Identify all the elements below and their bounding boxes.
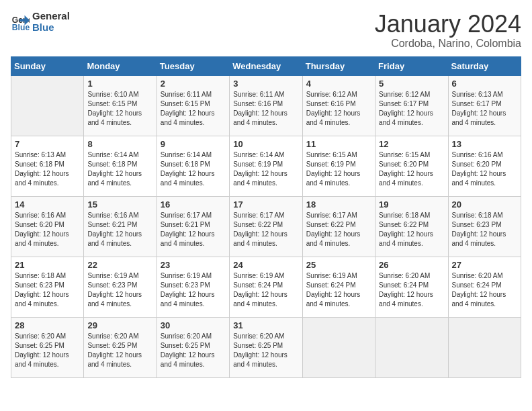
- day-number: 19: [379, 199, 444, 210]
- day-number: 15: [87, 199, 152, 210]
- day-number: 7: [15, 139, 80, 149]
- calendar-cell: [448, 317, 521, 377]
- day-info: Sunrise: 6:11 AM Sunset: 6:15 PM Dayligh…: [161, 90, 226, 128]
- calendar-cell: [11, 75, 84, 136]
- day-info: Sunrise: 6:12 AM Sunset: 6:17 PM Dayligh…: [379, 90, 444, 128]
- day-info: Sunrise: 6:17 AM Sunset: 6:21 PM Dayligh…: [161, 211, 226, 248]
- day-number: 6: [452, 79, 517, 89]
- calendar-cell: 7Sunrise: 6:13 AM Sunset: 6:18 PM Daylig…: [11, 136, 84, 196]
- calendar-cell: 23Sunrise: 6:19 AM Sunset: 6:23 PM Dayli…: [157, 257, 229, 317]
- day-info: Sunrise: 6:13 AM Sunset: 6:18 PM Dayligh…: [15, 150, 80, 188]
- day-number: 12: [379, 139, 444, 149]
- calendar-cell: 25Sunrise: 6:19 AM Sunset: 6:24 PM Dayli…: [302, 257, 375, 317]
- calendar-table: SundayMondayTuesdayWednesdayThursdayFrid…: [11, 56, 521, 378]
- day-info: Sunrise: 6:11 AM Sunset: 6:16 PM Dayligh…: [233, 90, 298, 128]
- calendar-cell: 5Sunrise: 6:12 AM Sunset: 6:17 PM Daylig…: [375, 75, 448, 136]
- day-number: 18: [306, 199, 371, 210]
- day-number: 5: [379, 79, 444, 89]
- day-number: 27: [452, 260, 517, 270]
- calendar-cell: 14Sunrise: 6:16 AM Sunset: 6:20 PM Dayli…: [11, 196, 84, 257]
- calendar-week-5: 28Sunrise: 6:20 AM Sunset: 6:25 PM Dayli…: [11, 317, 521, 377]
- day-header-saturday: Saturday: [448, 56, 521, 75]
- calendar-cell: 18Sunrise: 6:17 AM Sunset: 6:22 PM Dayli…: [302, 196, 375, 257]
- day-info: Sunrise: 6:18 AM Sunset: 6:23 PM Dayligh…: [452, 211, 517, 248]
- calendar-cell: 26Sunrise: 6:20 AM Sunset: 6:24 PM Dayli…: [375, 257, 448, 317]
- day-number: 10: [233, 139, 298, 149]
- day-info: Sunrise: 6:17 AM Sunset: 6:22 PM Dayligh…: [233, 211, 298, 248]
- calendar-cell: 17Sunrise: 6:17 AM Sunset: 6:22 PM Dayli…: [230, 196, 302, 257]
- day-info: Sunrise: 6:10 AM Sunset: 6:15 PM Dayligh…: [87, 90, 152, 128]
- calendar-week-1: 1Sunrise: 6:10 AM Sunset: 6:15 PM Daylig…: [11, 75, 521, 136]
- calendar-cell: 20Sunrise: 6:18 AM Sunset: 6:23 PM Dayli…: [448, 196, 521, 257]
- location-subtitle: Cordoba, Narino, Colombia: [375, 38, 521, 50]
- day-info: Sunrise: 6:19 AM Sunset: 6:24 PM Dayligh…: [233, 271, 298, 309]
- day-number: 21: [15, 260, 80, 270]
- day-number: 16: [161, 199, 226, 210]
- day-info: Sunrise: 6:13 AM Sunset: 6:17 PM Dayligh…: [452, 90, 517, 128]
- day-info: Sunrise: 6:20 AM Sunset: 6:25 PM Dayligh…: [87, 332, 152, 369]
- day-info: Sunrise: 6:16 AM Sunset: 6:20 PM Dayligh…: [452, 150, 517, 188]
- calendar-cell: [302, 317, 375, 377]
- calendar-week-2: 7Sunrise: 6:13 AM Sunset: 6:18 PM Daylig…: [11, 136, 521, 196]
- calendar-cell: 19Sunrise: 6:18 AM Sunset: 6:22 PM Dayli…: [375, 196, 448, 257]
- calendar-cell: 15Sunrise: 6:16 AM Sunset: 6:21 PM Dayli…: [84, 196, 157, 257]
- day-number: 11: [306, 139, 371, 149]
- day-info: Sunrise: 6:16 AM Sunset: 6:20 PM Dayligh…: [15, 211, 80, 248]
- day-info: Sunrise: 6:14 AM Sunset: 6:18 PM Dayligh…: [161, 150, 226, 188]
- calendar-cell: 21Sunrise: 6:18 AM Sunset: 6:23 PM Dayli…: [11, 257, 84, 317]
- calendar-cell: 16Sunrise: 6:17 AM Sunset: 6:21 PM Dayli…: [157, 196, 229, 257]
- day-header-tuesday: Tuesday: [157, 56, 229, 75]
- day-info: Sunrise: 6:20 AM Sunset: 6:25 PM Dayligh…: [233, 332, 298, 369]
- calendar-cell: 22Sunrise: 6:19 AM Sunset: 6:23 PM Dayli…: [84, 257, 157, 317]
- day-info: Sunrise: 6:12 AM Sunset: 6:16 PM Dayligh…: [306, 90, 371, 128]
- calendar-cell: 24Sunrise: 6:19 AM Sunset: 6:24 PM Dayli…: [230, 257, 302, 317]
- calendar-cell: 8Sunrise: 6:14 AM Sunset: 6:18 PM Daylig…: [84, 136, 157, 196]
- day-info: Sunrise: 6:16 AM Sunset: 6:21 PM Dayligh…: [87, 211, 152, 248]
- calendar-cell: 6Sunrise: 6:13 AM Sunset: 6:17 PM Daylig…: [448, 75, 521, 136]
- day-number: 13: [452, 139, 517, 149]
- logo-text-general: General: [32, 11, 70, 22]
- day-info: Sunrise: 6:18 AM Sunset: 6:22 PM Dayligh…: [379, 211, 444, 248]
- day-info: Sunrise: 6:14 AM Sunset: 6:19 PM Dayligh…: [233, 150, 298, 188]
- month-title: January 2024: [375, 11, 521, 38]
- day-number: 29: [87, 320, 152, 330]
- day-info: Sunrise: 6:15 AM Sunset: 6:19 PM Dayligh…: [306, 150, 371, 188]
- day-number: 17: [233, 199, 298, 210]
- day-number: 1: [87, 79, 152, 89]
- calendar-cell: 13Sunrise: 6:16 AM Sunset: 6:20 PM Dayli…: [448, 136, 521, 196]
- day-number: 22: [87, 260, 152, 270]
- day-header-friday: Friday: [375, 56, 448, 75]
- calendar-cell: 9Sunrise: 6:14 AM Sunset: 6:18 PM Daylig…: [157, 136, 229, 196]
- day-number: 9: [161, 139, 226, 149]
- calendar-cell: 28Sunrise: 6:20 AM Sunset: 6:25 PM Dayli…: [11, 317, 84, 377]
- logo-icon: General Blue: [11, 13, 30, 32]
- day-header-sunday: Sunday: [11, 56, 84, 75]
- logo: General Blue General Blue: [11, 11, 70, 33]
- day-number: 24: [233, 260, 298, 270]
- day-header-monday: Monday: [84, 56, 157, 75]
- day-info: Sunrise: 6:19 AM Sunset: 6:23 PM Dayligh…: [87, 271, 152, 309]
- day-number: 2: [161, 79, 226, 89]
- day-info: Sunrise: 6:14 AM Sunset: 6:18 PM Dayligh…: [87, 150, 152, 188]
- calendar-cell: [375, 317, 448, 377]
- day-header-thursday: Thursday: [302, 56, 375, 75]
- calendar-cell: 4Sunrise: 6:12 AM Sunset: 6:16 PM Daylig…: [302, 75, 375, 136]
- day-number: 23: [161, 260, 226, 270]
- day-info: Sunrise: 6:20 AM Sunset: 6:24 PM Dayligh…: [379, 271, 444, 309]
- day-header-wednesday: Wednesday: [230, 56, 302, 75]
- day-info: Sunrise: 6:20 AM Sunset: 6:24 PM Dayligh…: [452, 271, 517, 309]
- calendar-cell: 10Sunrise: 6:14 AM Sunset: 6:19 PM Dayli…: [230, 136, 302, 196]
- day-number: 14: [15, 199, 80, 210]
- day-info: Sunrise: 6:20 AM Sunset: 6:25 PM Dayligh…: [161, 332, 226, 369]
- calendar-cell: 2Sunrise: 6:11 AM Sunset: 6:15 PM Daylig…: [157, 75, 229, 136]
- calendar-body: 1Sunrise: 6:10 AM Sunset: 6:15 PM Daylig…: [11, 75, 521, 377]
- page-header: General Blue General Blue January 2024 C…: [11, 11, 521, 50]
- calendar-cell: 29Sunrise: 6:20 AM Sunset: 6:25 PM Dayli…: [84, 317, 157, 377]
- day-number: 3: [233, 79, 298, 89]
- day-info: Sunrise: 6:15 AM Sunset: 6:20 PM Dayligh…: [379, 150, 444, 188]
- calendar-cell: 11Sunrise: 6:15 AM Sunset: 6:19 PM Dayli…: [302, 136, 375, 196]
- day-number: 4: [306, 79, 371, 89]
- day-info: Sunrise: 6:19 AM Sunset: 6:23 PM Dayligh…: [161, 271, 226, 309]
- day-number: 8: [87, 139, 152, 149]
- calendar-cell: 30Sunrise: 6:20 AM Sunset: 6:25 PM Dayli…: [157, 317, 229, 377]
